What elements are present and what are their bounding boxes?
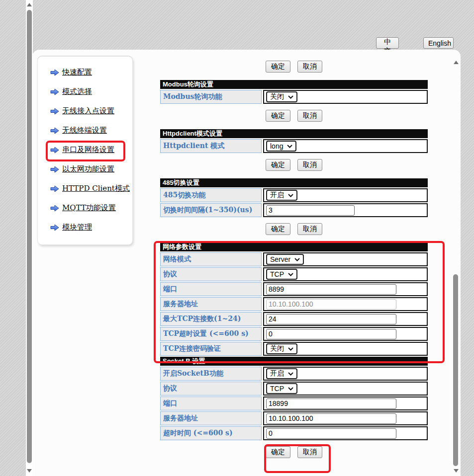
- field-label-enable-socketb-function: 开启SocketB功能: [160, 367, 262, 381]
- field-label-socketb-protocol: 协议: [160, 382, 262, 396]
- scroll-up-icon[interactable]: [454, 61, 459, 64]
- socketb-port-input[interactable]: [266, 398, 396, 409]
- sidebar-item-label: 模块管理: [62, 223, 92, 232]
- cancel-button[interactable]: 取消: [297, 110, 322, 122]
- sidebar: 快速配置模式选择无线接入点设置无线终端设置串口及网络设置以太网功能设置HTTPD…: [37, 56, 133, 245]
- ok-button[interactable]: 确定: [266, 159, 290, 171]
- scroll-down-icon[interactable]: [454, 469, 459, 473]
- ok-button[interactable]: 确定: [266, 223, 290, 235]
- content-panel: 快速配置模式选择无线接入点设置无线终端设置串口及网络设置以太网功能设置HTTPD…: [32, 50, 461, 476]
- arrow-right-icon: [50, 224, 59, 231]
- cancel-button[interactable]: 取消: [297, 223, 322, 235]
- protocol-select[interactable]: TCP: [266, 269, 297, 280]
- selected-option-label: TCP: [270, 270, 284, 278]
- form-row-socketb-protocol: 协议TCP: [160, 382, 428, 396]
- sidebar-item-label: 以太网功能设置: [62, 164, 114, 174]
- sidebar-item-label: HTTPD Client模式: [62, 184, 130, 193]
- ok-button[interactable]: 确定: [266, 61, 290, 73]
- form-row-port: 端口: [160, 282, 428, 296]
- left-scrollbar-thumb[interactable]: [27, 10, 32, 463]
- cancel-button[interactable]: 取消: [297, 159, 322, 171]
- enable-socketb-function-select[interactable]: 开启: [266, 368, 297, 379]
- sidebar-item-label: 模式选择: [62, 87, 92, 96]
- chevron-down-icon: [287, 145, 292, 148]
- field-value-max-tcp-connections: [263, 312, 428, 326]
- field-label-max-tcp-connections: 最大TCP连接数(1~24): [160, 312, 262, 326]
- field-value-socketb-server-address: [263, 411, 428, 425]
- field-value-tcp-password-auth: 关闭: [263, 342, 428, 356]
- ok-button[interactable]: 确定: [266, 110, 290, 122]
- socketb-protocol-select[interactable]: TCP: [266, 383, 297, 394]
- sidebar-item-4[interactable]: 无线终端设置: [38, 121, 132, 140]
- form-row-protocol: 协议TCP: [160, 267, 428, 281]
- arrow-right-icon: [50, 69, 59, 76]
- scroll-down-icon[interactable]: [27, 469, 32, 473]
- socketb-timeout-input[interactable]: [266, 428, 396, 439]
- field-label-485-switch-function: 485切换功能: [160, 188, 262, 202]
- network-mode-select[interactable]: Server: [266, 254, 304, 265]
- selected-option-label: 关闭: [270, 344, 284, 353]
- right-scrollbar-thumb[interactable]: [453, 274, 458, 466]
- sidebar-item-label: 快速配置: [62, 68, 92, 77]
- selected-option-label: long: [270, 142, 283, 150]
- field-value-switch-time-interval: [263, 203, 428, 217]
- ok-cancel-button-row: 确定取消: [160, 110, 428, 122]
- section-socket-b-settings: Socket B 设置开启SocketB功能开启协议TCP端口服务器地址超时时间…: [160, 357, 428, 440]
- arrow-right-icon: [50, 205, 59, 212]
- socketb-server-address-input[interactable]: [266, 413, 396, 424]
- scroll-up-icon[interactable]: [27, 3, 32, 6]
- tcp-password-auth-select[interactable]: 关闭: [266, 343, 297, 354]
- chevron-down-icon: [288, 194, 293, 197]
- ok-cancel-button-row: 确定取消: [160, 61, 428, 73]
- field-value-httpdclient-mode: long: [263, 139, 428, 153]
- selected-option-label: 关闭: [270, 92, 284, 101]
- sidebar-item-5[interactable]: 串口及网络设置: [38, 140, 132, 159]
- section-header-485-switch-settings: 485切换设置: [160, 178, 428, 187]
- cancel-button[interactable]: 取消: [297, 61, 322, 73]
- field-value-protocol: TCP: [263, 267, 428, 281]
- sidebar-item-label: 串口及网络设置: [62, 145, 114, 155]
- sidebar-item-1[interactable]: 快速配置: [38, 63, 132, 82]
- sidebar-item-7[interactable]: HTTPD Client模式: [38, 179, 132, 198]
- 485-switch-function-select[interactable]: 开启: [266, 190, 297, 201]
- arrow-right-icon: [50, 108, 59, 115]
- field-value-socketb-timeout: [263, 426, 428, 440]
- form-row-socketb-timeout: 超时时间 (<=600 s): [160, 426, 428, 440]
- chevron-down-icon: [288, 95, 293, 99]
- form-row-httpdclient-mode: Httpdclient 模式long: [160, 139, 428, 153]
- field-label-tcp-timeout: TCP超时设置 (<=600 s): [160, 327, 262, 341]
- field-label-protocol: 协议: [160, 267, 262, 281]
- field-label-port: 端口: [160, 282, 262, 296]
- httpdclient-mode-select[interactable]: long: [266, 141, 296, 152]
- field-value-enable-socketb-function: 开启: [263, 367, 428, 381]
- form-row-socketb-server-address: 服务器地址: [160, 411, 428, 425]
- section-header-modbus-poll-settings: Modbus轮询设置: [160, 80, 428, 89]
- sidebar-item-6[interactable]: 以太网功能设置: [38, 159, 132, 179]
- arrow-right-icon: [50, 185, 59, 192]
- modbus-poll-function-select[interactable]: 关闭: [266, 91, 297, 102]
- port-input[interactable]: [266, 284, 396, 295]
- form-row-socketb-port: 端口: [160, 397, 428, 410]
- switch-time-interval-input[interactable]: [266, 205, 355, 216]
- arrow-right-icon: [50, 166, 59, 173]
- english-language-button[interactable]: English: [423, 37, 454, 49]
- sidebar-item-2[interactable]: 模式选择: [38, 82, 132, 101]
- sidebar-item-3[interactable]: 无线接入点设置: [38, 101, 132, 121]
- section-485-switch-settings: 485切换设置485切换功能开启切换时间间隔(1~350)(us): [160, 178, 428, 217]
- chevron-down-icon: [294, 258, 300, 261]
- selected-option-label: TCP: [270, 385, 284, 393]
- settings-form: 确定取消Modbus轮询设置Modbus轮询功能关闭确定取消Httpdclien…: [160, 61, 428, 466]
- chinese-language-button[interactable]: 中文: [376, 37, 399, 49]
- ok-button[interactable]: 确定: [266, 446, 290, 458]
- max-tcp-connections-input[interactable]: [266, 314, 396, 324]
- field-label-httpdclient-mode: Httpdclient 模式: [160, 139, 262, 153]
- selected-option-label: 开启: [270, 369, 284, 378]
- field-label-modbus-poll-function: Modbus轮询功能: [160, 90, 262, 104]
- sidebar-item-8[interactable]: MQTT功能设置: [38, 198, 132, 218]
- tcp-timeout-input[interactable]: [266, 329, 396, 339]
- server-address-input[interactable]: [266, 299, 396, 310]
- cancel-button[interactable]: 取消: [297, 446, 322, 458]
- field-value-tcp-timeout: [263, 327, 428, 341]
- sidebar-item-9[interactable]: 模块管理: [38, 218, 132, 237]
- field-value-485-switch-function: 开启: [263, 188, 428, 202]
